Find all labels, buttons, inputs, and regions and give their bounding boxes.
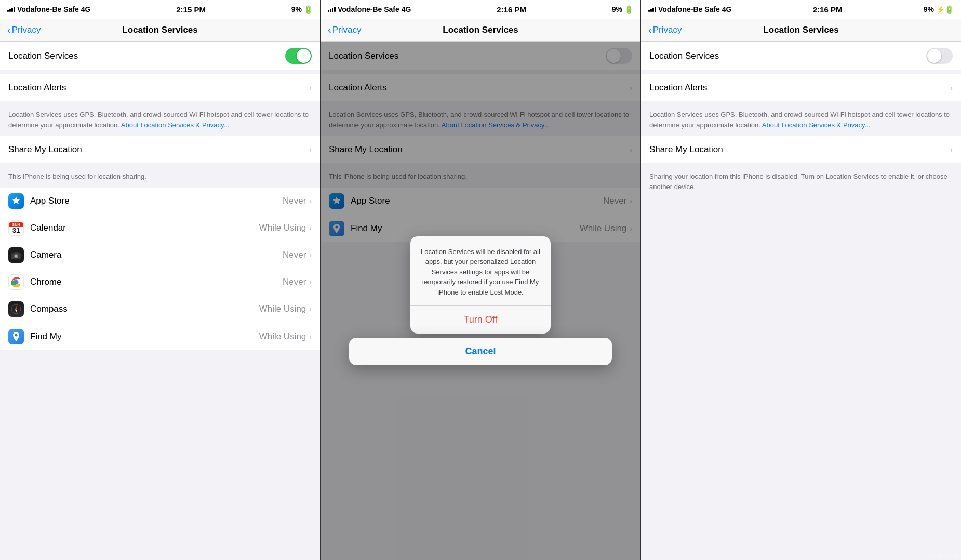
bar1-3 <box>648 10 650 12</box>
toggle-section-1: Location Services <box>0 42 320 70</box>
appstore-perm-1: Never <box>283 196 306 206</box>
app-row-camera-1[interactable]: Camera Never › <box>0 242 320 269</box>
share-label-1: Share My Location <box>8 144 309 155</box>
share-chevron-1: › <box>309 145 312 154</box>
alerts-label-3: Location Alerts <box>649 83 950 93</box>
nav-bar-1: ‹ Privacy Location Services <box>0 19 320 42</box>
bar4 <box>14 7 15 12</box>
chevron-back-icon-3: ‹ <box>648 24 652 36</box>
location-toggle-3[interactable] <box>926 48 953 64</box>
share-section-1: Share My Location › <box>0 136 320 163</box>
camera-name-1: Camera <box>30 250 283 260</box>
status-right-2: 9% 🔋 <box>612 5 633 14</box>
svg-point-2 <box>15 255 18 257</box>
share-chevron-3: › <box>950 145 953 154</box>
camera-chevron-1: › <box>309 251 312 259</box>
desc-text-3: Location Services uses GPS, Bluetooth, a… <box>649 110 953 130</box>
battery-pct-3: 9% <box>924 5 934 14</box>
nav-back-label-2[interactable]: Privacy <box>332 25 362 35</box>
turn-off-btn-2[interactable]: Turn Off <box>410 306 551 334</box>
share-desc-1: This iPhone is being used for location s… <box>0 167 320 188</box>
status-bar-3: Vodafone-Be Safe 4G 2:16 PM 9% ⚡🔋 <box>641 0 961 19</box>
alert-dialog-2: Location Services will be disabled for a… <box>410 236 551 334</box>
nav-back-2[interactable]: ‹ Privacy <box>328 24 361 36</box>
alerts-row-1[interactable]: Location Alerts › <box>0 74 320 101</box>
toggle-row-1[interactable]: Location Services <box>0 42 320 70</box>
alerts-chevron-3: › <box>950 84 953 92</box>
calendar-name-1: Calendar <box>30 223 259 233</box>
findmy-icon-1 <box>8 329 24 344</box>
app-row-chrome-1[interactable]: Chrome Never › <box>0 269 320 296</box>
status-left-1: Vodafone-Be Safe 4G <box>7 5 90 14</box>
app-row-appstore-1[interactable]: App Store Never › <box>0 188 320 215</box>
bar1-2 <box>328 10 329 12</box>
alerts-section-1: Location Alerts › <box>0 74 320 101</box>
nav-back-1[interactable]: ‹ Privacy <box>7 24 41 36</box>
share-row-1[interactable]: Share My Location › <box>0 136 320 163</box>
desc-section-1: Location Services uses GPS, Bluetooth, a… <box>0 105 320 136</box>
location-toggle-1[interactable] <box>285 48 312 64</box>
share-row-3[interactable]: Share My Location › <box>641 136 961 163</box>
network-1: 4G <box>81 5 91 14</box>
findmy-name-1: Find My <box>30 331 259 342</box>
toggle-label-1: Location Services <box>8 51 285 61</box>
chrome-perm-1: Never <box>283 277 306 287</box>
alerts-chevron-1: › <box>309 84 312 92</box>
nav-back-label-1[interactable]: Privacy <box>12 25 41 35</box>
alert-message-2: Location Services will be disabled for a… <box>419 247 542 298</box>
content-3: Location Services Location Alerts › Loca… <box>641 42 961 560</box>
status-left-2: Vodafone-Be Safe 4G <box>328 5 411 14</box>
alerts-label-1: Location Alerts <box>8 83 309 93</box>
chevron-back-icon-1: ‹ <box>7 24 11 36</box>
status-left-3: Vodafone-Be Safe 4G <box>648 5 731 14</box>
findmy-chevron-1: › <box>309 332 312 341</box>
bar4-3 <box>655 7 656 12</box>
bar3-2 <box>332 8 333 12</box>
nav-back-label-3[interactable]: Privacy <box>653 25 682 35</box>
status-bar-2: Vodafone-Be Safe 4G 2:16 PM 9% 🔋 <box>321 0 640 19</box>
desc-link-3[interactable]: About Location Services & Privacy... <box>762 121 871 129</box>
svg-point-9 <box>15 334 18 336</box>
cancel-btn-2[interactable]: Cancel <box>349 338 611 365</box>
status-bar-1: Vodafone-Be Safe 4G 2:15 PM 9% 🔋 <box>0 0 320 19</box>
panel-1: Vodafone-Be Safe 4G 2:15 PM 9% 🔋 ‹ Priva… <box>0 0 321 560</box>
camera-icon-1 <box>8 247 24 263</box>
calendar-chevron-1: › <box>309 224 312 232</box>
battery-icon-3: ⚡🔋 <box>936 5 954 14</box>
chrome-name-1: Chrome <box>30 277 283 287</box>
share-desc-text-1: This iPhone is being used for location s… <box>8 171 312 182</box>
toggle-thumb-3 <box>927 49 941 63</box>
signal-bars-1 <box>7 7 15 12</box>
share-desc-text-3: Sharing your location from this iPhone i… <box>649 171 953 192</box>
desc-section-3: Location Services uses GPS, Bluetooth, a… <box>641 105 961 136</box>
nav-back-3[interactable]: ‹ Privacy <box>648 24 682 36</box>
compass-chevron-1: › <box>309 305 312 313</box>
carrier-2: Vodafone-Be Safe <box>338 5 399 14</box>
app-row-findmy-1[interactable]: Find My While Using › <box>0 323 320 350</box>
calendar-icon-1: SUN 31 <box>8 220 24 236</box>
watermark: www.devuq.com <box>925 553 959 558</box>
carrier-3: Vodafone-Be Safe <box>658 5 720 14</box>
toggle-thumb-1 <box>297 49 311 63</box>
desc-link-1[interactable]: About Location Services & Privacy... <box>121 121 230 129</box>
app-row-compass-1[interactable]: Compass While Using › <box>0 296 320 323</box>
alerts-row-3[interactable]: Location Alerts › <box>641 74 961 101</box>
battery-pct-1: 9% <box>291 5 302 14</box>
compass-perm-1: While Using <box>259 304 306 314</box>
desc-text-1: Location Services uses GPS, Bluetooth, a… <box>8 110 312 130</box>
svg-rect-3 <box>15 252 18 254</box>
bar4-2 <box>334 7 336 12</box>
cancel-dialog-2: Cancel <box>349 338 611 365</box>
toggle-row-3[interactable]: Location Services <box>641 42 961 70</box>
bar2-3 <box>650 9 652 12</box>
app-row-calendar-1[interactable]: SUN 31 Calendar While Using › <box>0 215 320 242</box>
alerts-section-3: Location Alerts › <box>641 74 961 101</box>
bar3-3 <box>652 8 654 12</box>
chrome-icon-1 <box>8 274 24 290</box>
compass-icon-1 <box>8 301 24 317</box>
nav-title-1: Location Services <box>122 25 198 35</box>
apps-section-1: App Store Never › SUN 31 Calendar While … <box>0 188 320 350</box>
signal-bars-2 <box>328 7 336 12</box>
camera-perm-1: Never <box>283 250 306 260</box>
nav-title-2: Location Services <box>443 25 518 35</box>
